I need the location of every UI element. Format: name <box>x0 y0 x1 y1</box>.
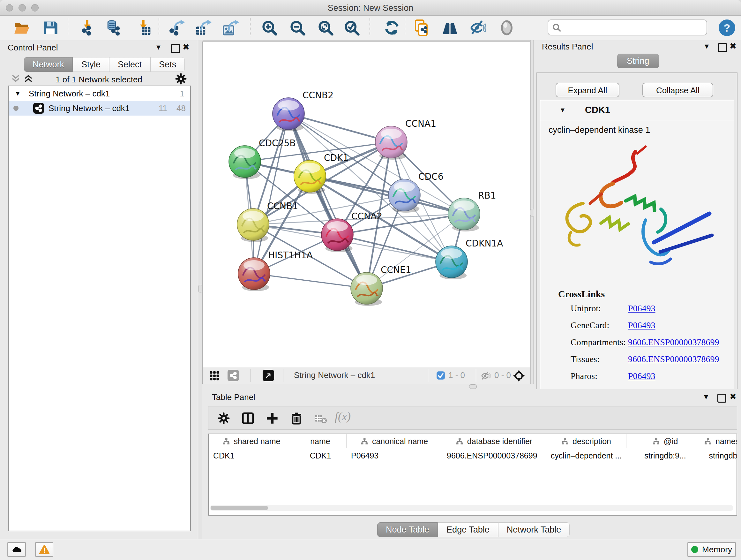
network-overview-icon[interactable] <box>227 370 239 381</box>
network-node-rb1[interactable]: RB1 <box>448 190 496 232</box>
import-table-icon[interactable] <box>135 19 152 36</box>
hide-selected-icon[interactable] <box>470 19 486 36</box>
tab-edge-table[interactable]: Edge Table <box>438 522 498 537</box>
selected-count-checkbox-icon[interactable] <box>436 371 445 380</box>
network-edge[interactable] <box>254 273 367 288</box>
tab-network[interactable]: Network <box>24 57 73 72</box>
fit-selection-crosshair-icon[interactable] <box>513 370 525 382</box>
open-session-icon[interactable] <box>13 19 30 36</box>
hidden-count-eye-icon[interactable] <box>481 371 490 381</box>
save-session-icon[interactable] <box>42 19 59 36</box>
birds-eye-view-icon[interactable] <box>209 370 220 381</box>
cloud-status-button[interactable] <box>7 542 26 557</box>
tab-string[interactable]: String <box>617 54 659 68</box>
cell--id[interactable]: stringdb:9... <box>626 449 704 462</box>
apply-layout-icon[interactable] <box>384 19 400 36</box>
show-eye-icon[interactable] <box>498 19 515 36</box>
network-row-selected[interactable]: String Network – cdk1 11 48 <box>9 101 190 116</box>
column-header-canonical-name[interactable]: canonical name <box>347 434 442 448</box>
column-header--id[interactable]: @id <box>626 434 704 448</box>
network-canvas[interactable]: CCNB2CCNA1CDC25BCDK1CDC6RB1CCNB1CCNA2CDK… <box>203 42 530 367</box>
table-horizontal-scrollbar[interactable] <box>210 505 733 511</box>
column-header-shared-name[interactable]: shared name <box>209 434 294 448</box>
network-node-ccne1[interactable]: CCNE1 <box>351 265 411 306</box>
network-node-ccna1[interactable]: CCNA1 <box>375 118 436 160</box>
collapse-all-button[interactable]: Collapse All <box>643 83 713 98</box>
divider-handle[interactable] <box>198 285 203 293</box>
delete-column-trash-icon[interactable] <box>290 412 303 425</box>
results-panel-menu-icon[interactable]: ▾ <box>704 42 709 50</box>
network-node-hist1h1a[interactable]: HIST1H1A <box>238 250 313 291</box>
collapse-entry-icon[interactable]: ▾ <box>561 105 564 114</box>
network-collection-row[interactable]: ▾ String Network – cdk1 1 <box>9 86 190 101</box>
export-image-icon[interactable] <box>223 19 239 36</box>
node-result-header[interactable]: ▾ CDK1 <box>540 100 734 121</box>
help-button[interactable]: ? <box>719 19 735 36</box>
cell-canonical-name[interactable]: P06493 <box>347 449 442 462</box>
crosslink-link[interactable]: P06493 <box>628 320 656 330</box>
tab-select[interactable]: Select <box>109 57 150 72</box>
cell-description[interactable]: cyclin–dependent ... <box>546 449 626 462</box>
cell-namespace[interactable]: stringdb <box>704 449 737 462</box>
detach-view-icon[interactable] <box>263 370 274 381</box>
zoom-fit-icon[interactable] <box>317 19 334 36</box>
crosslink-link[interactable]: P06493 <box>628 303 656 314</box>
network-options-gear-icon[interactable] <box>175 73 187 85</box>
function-builder-icon[interactable]: f(x) <box>335 410 351 423</box>
column-header-database-identifier[interactable]: database identifier <box>442 434 546 448</box>
cell-database-identifier[interactable]: 9606.ENSP00000378699 <box>442 449 546 462</box>
network-edge[interactable] <box>310 176 464 214</box>
column-label: namespace <box>716 437 737 446</box>
memory-button[interactable]: Memory <box>687 542 736 557</box>
network-edge[interactable] <box>288 114 367 288</box>
search-input[interactable] <box>548 19 707 36</box>
network-node-cdkn1a[interactable]: CDKN1A <box>435 238 503 279</box>
results-panel-close-icon[interactable]: ✖ <box>730 42 737 50</box>
table-panel-menu-icon[interactable]: ▾ <box>704 392 708 401</box>
zoom-out-icon[interactable] <box>289 19 306 36</box>
control-panel-close-icon[interactable]: ✖ <box>183 43 190 51</box>
export-table-icon[interactable] <box>195 19 212 36</box>
network-node-ccnb2[interactable]: CCNB2 <box>273 90 333 131</box>
hierarchy-icon <box>704 438 712 445</box>
cell-name[interactable]: CDK1 <box>294 449 347 462</box>
zoom-selected-icon[interactable] <box>343 19 360 36</box>
export-network-icon[interactable] <box>169 19 185 36</box>
table-options-gear-icon[interactable] <box>217 412 230 425</box>
table-panel-close-icon[interactable]: ✖ <box>730 392 737 401</box>
control-panel-menu-icon[interactable]: ▾ <box>156 43 160 51</box>
find-binoculars-icon[interactable] <box>442 19 458 36</box>
divider-handle[interactable] <box>469 384 477 389</box>
column-header-description[interactable]: description <box>546 434 626 448</box>
cell-shared-name[interactable]: CDK1 <box>209 449 294 462</box>
tab-style[interactable]: Style <box>73 57 109 72</box>
tab-network-table[interactable]: Network Table <box>498 522 570 537</box>
column-header-namespace[interactable]: namespace <box>704 434 737 448</box>
crosslink-link[interactable]: 9606.ENSP00000378699 <box>628 337 719 348</box>
warnings-button[interactable] <box>35 542 53 557</box>
collection-expand-icon[interactable]: ▾ <box>16 86 19 101</box>
network-edge[interactable] <box>254 114 288 273</box>
hierarchy-icon <box>561 438 569 445</box>
expand-all-button[interactable]: Expand All <box>556 83 619 98</box>
network-node-cdc25b[interactable]: CDC25B <box>229 138 296 179</box>
results-panel-float-icon[interactable] <box>718 43 727 52</box>
zoom-in-icon[interactable] <box>261 19 278 36</box>
network-node-ccnb1[interactable]: CCNB1 <box>237 201 298 242</box>
control-panel-float-icon[interactable] <box>171 44 180 53</box>
crosslink-link[interactable]: 9606.ENSP00000378699 <box>628 354 719 364</box>
clone-network-icon[interactable] <box>414 19 431 36</box>
network-edge[interactable] <box>337 235 452 262</box>
delete-table-icon[interactable] <box>314 413 328 424</box>
scrollbar-thumb[interactable] <box>211 506 268 510</box>
tab-node-table[interactable]: Node Table <box>377 522 438 537</box>
crosslinks-title: CrossLinks <box>558 289 605 300</box>
table-panel-float-icon[interactable] <box>718 394 726 402</box>
crosslink-link[interactable]: P06493 <box>628 371 656 381</box>
column-header-name[interactable]: name <box>294 434 347 448</box>
tab-sets[interactable]: Sets <box>150 57 185 72</box>
import-network-from-database-icon[interactable] <box>105 19 121 36</box>
show-columns-icon[interactable] <box>242 412 254 425</box>
add-column-icon[interactable] <box>266 412 279 425</box>
import-network-icon[interactable] <box>79 19 96 36</box>
